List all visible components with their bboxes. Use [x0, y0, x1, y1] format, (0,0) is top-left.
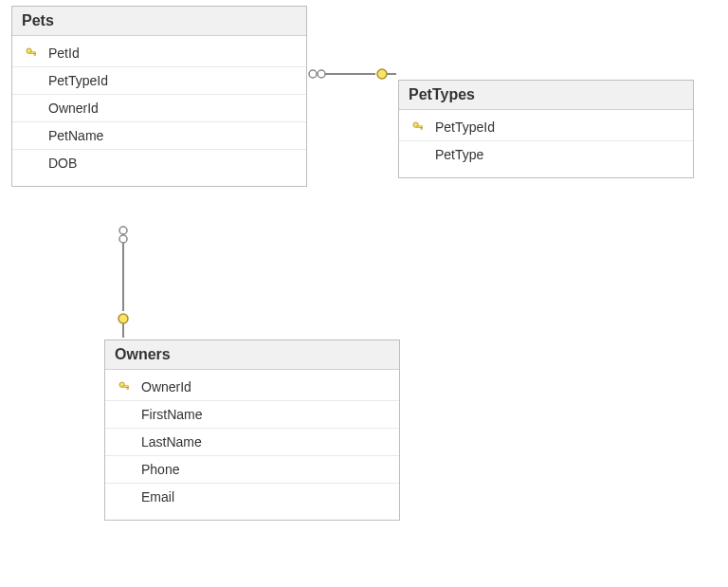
- column-name: PetName: [43, 128, 297, 143]
- table-pets[interactable]: Pets PetId PetTypeId OwnerId PetName: [11, 6, 307, 187]
- svg-rect-15: [421, 128, 423, 130]
- table-row[interactable]: FirstName: [105, 401, 399, 429]
- table-owners-columns: OwnerId FirstName LastName Phone Email: [105, 370, 399, 520]
- table-row[interactable]: LastName: [105, 429, 399, 456]
- column-name: PetId: [43, 46, 297, 61]
- table-row[interactable]: OwnerId: [105, 374, 399, 401]
- column-name: PetTypeId: [43, 73, 297, 88]
- er-diagram-canvas: Pets PetId PetTypeId OwnerId PetName: [0, 0, 728, 587]
- column-name: Email: [136, 489, 390, 504]
- column-name: PetTypeId: [429, 119, 683, 135]
- column-name: OwnerId: [136, 379, 390, 394]
- column-name: FirstName: [136, 407, 390, 422]
- svg-point-2: [318, 70, 325, 78]
- table-row[interactable]: PetTypeId: [399, 114, 693, 141]
- table-pettypes-columns: PetTypeId PetType: [399, 110, 693, 177]
- column-name: LastName: [136, 434, 390, 449]
- table-owners[interactable]: Owners OwnerId FirstName LastName Phone: [104, 339, 400, 521]
- table-row[interactable]: PetTypeId: [12, 67, 306, 95]
- primary-key-icon: [113, 380, 136, 394]
- svg-point-6: [119, 227, 127, 234]
- svg-point-8: [118, 314, 128, 323]
- svg-point-1: [309, 70, 317, 78]
- svg-rect-12: [34, 54, 36, 56]
- table-pettypes-title[interactable]: PetTypes: [399, 81, 693, 110]
- column-name: DOB: [43, 156, 297, 171]
- table-pettypes[interactable]: PetTypes PetTypeId PetType: [398, 80, 694, 178]
- table-row[interactable]: DOB: [12, 150, 306, 176]
- column-name: OwnerId: [43, 101, 297, 116]
- relation-pets-pettypes: [309, 69, 396, 79]
- table-pets-title[interactable]: Pets: [12, 7, 306, 36]
- table-owners-title[interactable]: Owners: [105, 340, 399, 370]
- column-name: Phone: [136, 462, 390, 477]
- table-row[interactable]: PetName: [12, 122, 306, 150]
- table-row[interactable]: PetId: [12, 40, 306, 67]
- table-row[interactable]: Email: [105, 484, 399, 510]
- table-row[interactable]: PetType: [399, 141, 693, 168]
- svg-point-3: [377, 69, 387, 79]
- relation-pets-owners: [118, 227, 128, 338]
- table-pets-columns: PetId PetTypeId OwnerId PetName DOB: [12, 36, 306, 186]
- column-name: PetType: [429, 147, 683, 162]
- table-row[interactable]: Phone: [105, 456, 399, 484]
- table-row[interactable]: OwnerId: [12, 95, 306, 122]
- svg-rect-18: [127, 388, 129, 390]
- primary-key-icon: [407, 120, 429, 134]
- primary-key-icon: [20, 46, 43, 60]
- svg-point-7: [119, 235, 127, 243]
